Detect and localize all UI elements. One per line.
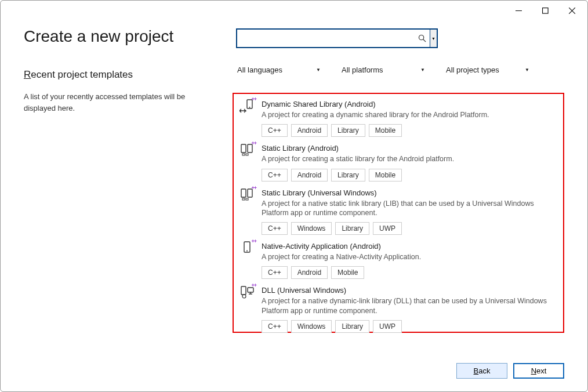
search-dropdown-button[interactable]: ▼ xyxy=(430,28,438,48)
svg-rect-16 xyxy=(246,198,248,200)
template-title: Native-Activity Application (Android) xyxy=(262,242,557,251)
template-tag: Windows xyxy=(291,320,332,333)
template-title: Dynamic Shared Library (Android) xyxy=(262,100,557,108)
svg-point-23 xyxy=(242,295,246,298)
filter-types-label: All project types xyxy=(446,66,499,74)
template-title: Static Library (Android) xyxy=(262,144,557,153)
template-tags: C++AndroidMobile xyxy=(262,266,557,279)
recent-templates-desc: A list of your recently accessed templat… xyxy=(24,91,215,114)
template-tag: C++ xyxy=(262,169,288,182)
template-tags: C++WindowsLibraryUWP xyxy=(262,222,557,235)
page-title: Create a new project xyxy=(24,27,215,46)
template-tags: C++AndroidLibraryMobile xyxy=(262,169,557,182)
template-item[interactable]: ++Static Library (Android)A project for … xyxy=(239,144,557,181)
svg-line-5 xyxy=(423,39,425,41)
svg-rect-20 xyxy=(248,288,253,292)
minimize-button[interactable] xyxy=(505,2,532,19)
svg-point-18 xyxy=(246,251,248,252)
svg-rect-1 xyxy=(542,8,548,13)
template-tag: Library xyxy=(335,320,369,333)
template-tag: Windows xyxy=(291,222,332,235)
svg-rect-11 xyxy=(242,154,245,155)
chevron-down-icon: ▼ xyxy=(316,67,321,72)
template-tags: C++AndroidLibraryMobile xyxy=(262,124,557,137)
search-input-container[interactable] xyxy=(236,28,431,48)
cpp-badge-icon: ++ xyxy=(251,140,256,146)
cpp-badge-icon: ++ xyxy=(251,282,256,288)
template-description: A project for creating a dynamic shared … xyxy=(262,110,557,119)
template-icon: ++ xyxy=(239,284,255,299)
minimize-icon xyxy=(516,8,522,14)
template-description: A project for creating a static library … xyxy=(262,154,557,164)
template-tag: C++ xyxy=(262,222,288,235)
recent-templates-heading: Recent project templates xyxy=(24,69,215,81)
template-title: Static Library (Universal Windows) xyxy=(262,188,557,197)
cpp-badge-icon: ++ xyxy=(251,185,256,191)
cpp-badge-icon: ++ xyxy=(251,238,256,244)
template-tag: Mobile xyxy=(369,124,402,137)
svg-rect-15 xyxy=(242,198,245,200)
svg-rect-12 xyxy=(246,154,248,155)
template-icon: ++ xyxy=(239,240,255,255)
template-item[interactable]: ++Static Library (Universal Windows)A pr… xyxy=(239,188,557,235)
template-description: A project for a native static link libra… xyxy=(262,199,557,218)
template-tag: Android xyxy=(291,266,328,279)
svg-rect-9 xyxy=(241,144,246,153)
template-icon: ++ xyxy=(239,187,255,202)
template-icon: ++ xyxy=(239,142,255,157)
template-title: DLL (Universal Windows) xyxy=(262,286,557,295)
template-item[interactable]: ++Native-Activity Application (Android)A… xyxy=(239,242,557,279)
close-button[interactable] xyxy=(558,2,585,19)
template-description: A project for creating a Native-Activity… xyxy=(262,252,557,262)
filter-types-dropdown[interactable]: All project types ▼ xyxy=(446,66,533,74)
next-button[interactable]: Next xyxy=(513,363,564,379)
template-tags: C++WindowsLibraryUWP xyxy=(262,320,557,333)
close-icon xyxy=(569,8,575,14)
template-item[interactable]: ++Dynamic Shared Library (Android)A proj… xyxy=(239,100,557,137)
template-item[interactable]: ++DLL (Universal Windows)A project for a… xyxy=(239,286,557,333)
svg-point-7 xyxy=(249,107,251,108)
templates-list-highlighted: ++Dynamic Shared Library (Android)A proj… xyxy=(233,93,564,333)
svg-point-4 xyxy=(419,35,423,39)
template-tag: C++ xyxy=(262,320,288,333)
template-description: A project for a native dynamic-link libr… xyxy=(262,296,557,315)
chevron-down-icon: ▼ xyxy=(420,67,425,72)
template-tag: UWP xyxy=(373,222,402,235)
template-tag: Android xyxy=(291,169,328,182)
filter-platforms-dropdown[interactable]: All platforms ▼ xyxy=(342,66,429,74)
filter-languages-label: All languages xyxy=(237,66,282,74)
template-tag: Android xyxy=(291,124,328,137)
template-tag: UWP xyxy=(373,320,402,333)
filter-languages-dropdown[interactable]: All languages ▼ xyxy=(237,66,324,74)
svg-rect-19 xyxy=(241,286,246,295)
maximize-icon xyxy=(542,8,549,14)
template-tag: Library xyxy=(331,169,365,182)
chevron-down-icon: ▼ xyxy=(525,67,529,72)
template-tag: Library xyxy=(331,124,365,137)
search-icon xyxy=(417,33,427,43)
template-icon: ++ xyxy=(239,98,255,113)
template-tag: Library xyxy=(335,222,369,235)
search-input[interactable] xyxy=(242,32,417,45)
cpp-badge-icon: ++ xyxy=(251,96,256,102)
filter-platforms-label: All platforms xyxy=(342,66,383,74)
svg-rect-13 xyxy=(241,189,246,197)
back-button[interactable]: Back xyxy=(456,363,507,379)
template-tag: Mobile xyxy=(331,266,364,279)
titlebar xyxy=(1,1,587,20)
template-tag: Mobile xyxy=(369,169,402,182)
maximize-button[interactable] xyxy=(532,2,558,19)
chevron-down-icon: ▼ xyxy=(431,37,435,41)
template-tag: C++ xyxy=(262,266,288,279)
template-tag: C++ xyxy=(262,124,288,137)
